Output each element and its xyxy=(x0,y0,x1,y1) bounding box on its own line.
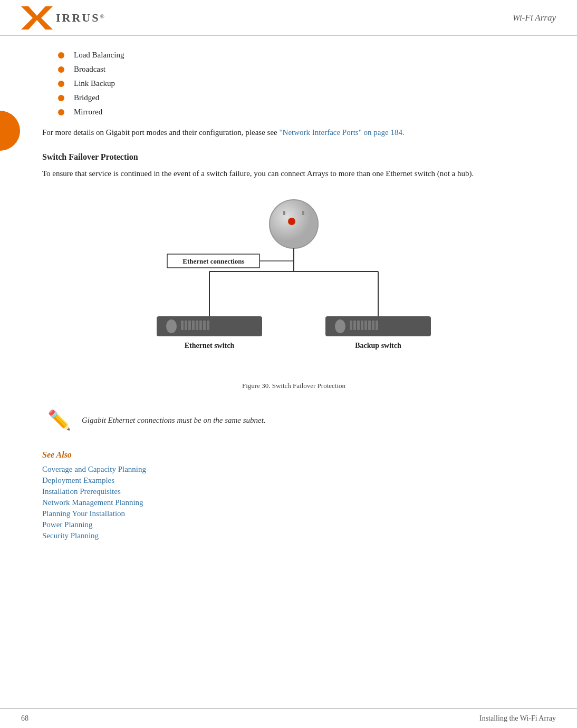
logo-irrus-text: IRRUS xyxy=(56,11,100,24)
page-number: 68 xyxy=(21,714,28,723)
see-also-link-4[interactable]: Network Management Planning xyxy=(42,498,143,507)
bullet-dot-4 xyxy=(58,95,64,101)
list-item: Planning Your Installation xyxy=(42,509,545,518)
svg-point-2 xyxy=(288,218,295,225)
logo-reg: ® xyxy=(100,13,104,20)
list-item: Deployment Examples xyxy=(42,476,545,485)
see-also-link-1[interactable]: Coverage and Capacity Planning xyxy=(42,465,146,473)
list-item: Load Balancing xyxy=(58,51,545,60)
svg-rect-21 xyxy=(203,321,206,330)
see-also-link-6[interactable]: Power Planning xyxy=(42,520,92,529)
list-item-label: Broadcast xyxy=(74,65,105,74)
svg-text:Backup switch: Backup switch xyxy=(355,342,401,350)
bullet-dot-1 xyxy=(58,52,64,59)
list-item-label: Load Balancing xyxy=(74,51,124,60)
bullet-dot-5 xyxy=(58,109,64,115)
svg-rect-20 xyxy=(199,321,202,330)
page-title: Wi-Fi Array xyxy=(513,13,556,23)
list-item: Coverage and Capacity Planning xyxy=(42,465,545,474)
page-header: IRRUS® Wi-Fi Array xyxy=(0,0,577,36)
svg-rect-22 xyxy=(207,321,209,330)
see-also-link-5[interactable]: Planning Your Installation xyxy=(42,509,125,518)
body-paragraph-1: For more details on Gigabit port modes a… xyxy=(42,126,545,140)
note-icon: ✏️ xyxy=(47,409,71,431)
list-item-label: Link Backup xyxy=(74,79,115,88)
section-heading-switch-failover: Switch Failover Protection xyxy=(42,152,545,162)
list-item: Network Management Planning xyxy=(42,498,545,507)
see-also-link-2[interactable]: Deployment Examples xyxy=(42,476,114,484)
svg-rect-19 xyxy=(196,321,198,330)
list-item: Broadcast xyxy=(58,65,545,74)
svg-rect-16 xyxy=(185,321,187,330)
see-also-section: See Also Coverage and Capacity Planning … xyxy=(42,450,545,540)
svg-rect-15 xyxy=(181,321,184,330)
svg-rect-27 xyxy=(357,321,360,330)
svg-point-14 xyxy=(166,319,177,333)
list-item: Installation Prerequisites xyxy=(42,487,545,496)
note-text: Gigabit Ethernet connections must be on … xyxy=(82,416,266,425)
svg-rect-32 xyxy=(376,321,378,330)
figure-caption: Figure 30. Switch Failover Protection xyxy=(242,382,345,390)
list-item: Security Planning xyxy=(42,531,545,540)
bullet-dot-3 xyxy=(58,81,64,87)
list-item: Bridged xyxy=(58,93,545,102)
network-interface-link[interactable]: "Network Interface Ports" on page 184. xyxy=(279,128,404,137)
svg-rect-29 xyxy=(364,321,367,330)
see-also-link-7[interactable]: Security Planning xyxy=(42,531,99,540)
xirrus-logo-icon xyxy=(21,6,53,30)
svg-text:Ethernet connections: Ethernet connections xyxy=(182,257,244,265)
list-item: Mirrored xyxy=(58,108,545,117)
bullet-dot-2 xyxy=(58,66,64,73)
svg-rect-4 xyxy=(302,211,304,215)
svg-rect-28 xyxy=(361,321,363,330)
svg-rect-17 xyxy=(188,321,191,330)
switch-failover-diagram: Ethernet connections xyxy=(114,195,473,374)
svg-marker-0 xyxy=(21,6,53,30)
svg-text:Ethernet switch: Ethernet switch xyxy=(185,342,235,350)
feature-list: Load Balancing Broadcast Link Backup Bri… xyxy=(58,51,545,117)
logo: IRRUS® xyxy=(21,6,104,30)
see-also-list: Coverage and Capacity Planning Deploymen… xyxy=(42,465,545,540)
svg-rect-18 xyxy=(192,321,195,330)
list-item: Power Planning xyxy=(42,520,545,529)
footer-right-text: Installing the Wi-Fi Array xyxy=(479,714,556,723)
see-also-link-3[interactable]: Installation Prerequisites xyxy=(42,487,121,496)
body-paragraph-2: To ensure that service is continued in t… xyxy=(42,167,545,181)
svg-point-24 xyxy=(335,319,345,333)
note-box: ✏️ Gigabit Ethernet connections must be … xyxy=(42,405,545,435)
svg-rect-30 xyxy=(368,321,371,330)
list-item-label: Bridged xyxy=(74,93,99,102)
main-content: Load Balancing Broadcast Link Backup Bri… xyxy=(0,36,577,564)
diagram-container: Ethernet connections xyxy=(42,195,545,400)
see-also-heading: See Also xyxy=(42,450,545,460)
svg-rect-26 xyxy=(353,321,356,330)
list-item: Link Backup xyxy=(58,79,545,88)
svg-rect-31 xyxy=(372,321,374,330)
svg-rect-3 xyxy=(283,211,285,215)
svg-rect-25 xyxy=(350,321,352,330)
page-footer: 68 Installing the Wi-Fi Array xyxy=(0,708,577,728)
list-item-label: Mirrored xyxy=(74,108,102,117)
logo-text: IRRUS® xyxy=(56,11,104,25)
